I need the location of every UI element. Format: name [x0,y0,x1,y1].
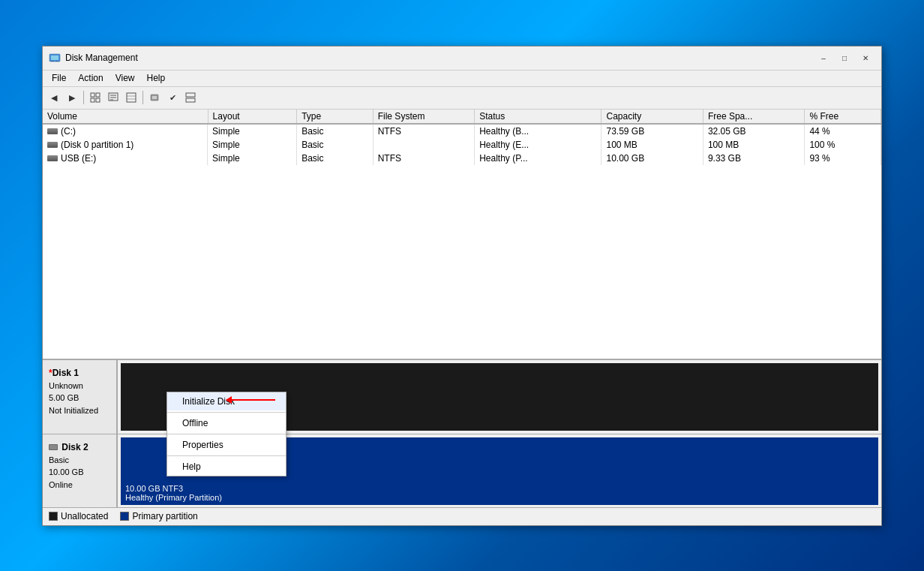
cell-layout-1: Simple [208,138,297,152]
forward-button[interactable]: ▶ [64,89,80,106]
disk-icon-1 [47,142,58,148]
back-button[interactable]: ◀ [46,89,62,106]
cell-status-1: Healthy (E... [475,138,602,152]
disk2-size: 10.00 GB [49,466,110,479]
menu-action[interactable]: Action [72,71,109,85]
svg-rect-2 [51,61,54,62]
context-menu: Initialize Disk Offline Properties Help [166,392,286,476]
cell-status-2: Healthy (P... [475,152,602,165]
legend-unallocated: Unallocated [49,511,108,521]
col-capacity[interactable]: Capacity [602,110,703,124]
legend-bar: Unallocated Primary partition [43,507,881,525]
volume-table: Volume Layout Type File System Status Ca… [43,110,881,165]
toolbar-btn-7[interactable]: ✔ [164,89,181,106]
table-row[interactable]: USB (E:) Simple Basic NTFS Healthy (P...… [43,152,881,165]
cell-free-2: 9.33 GB [703,152,804,165]
cell-layout-0: Simple [208,124,297,138]
disk1-name: *Disk 1 [49,366,110,380]
legend-unallocated-box [49,512,58,521]
toolbar-btn-5[interactable] [123,89,140,106]
legend-primary-box [120,512,129,521]
cell-fs-2: NTFS [373,152,474,165]
arrow-indicator [230,399,275,401]
maximize-button[interactable]: □ [835,50,854,65]
context-menu-offline[interactable]: Offline [167,414,286,432]
toolbar: ◀ ▶ [43,87,881,110]
svg-rect-3 [56,61,58,62]
cell-type-0: Basic [297,124,374,138]
svg-rect-16 [152,96,157,99]
context-menu-properties[interactable]: Properties [167,436,286,454]
legend-unallocated-label: Unallocated [61,511,108,521]
cell-fs-1 [373,138,474,152]
cell-volume-2: USB (E:) [43,152,208,165]
svg-rect-7 [96,98,100,102]
toolbar-btn-4[interactable] [105,89,122,106]
toolbar-btn-6[interactable] [146,89,163,106]
col-filesystem[interactable]: File System [373,110,474,124]
disk2-icon [49,444,58,450]
disk1-label: *Disk 1 Unknown 5.00 GB Not Initialized [43,360,118,434]
red-arrow [230,399,275,401]
disk-icon-0 [47,128,58,134]
context-menu-help[interactable]: Help [167,458,286,476]
menu-help[interactable]: Help [141,71,172,85]
grid-icon [90,92,100,103]
title-bar-buttons: – □ ✕ [814,50,875,65]
svg-rect-1 [51,56,58,60]
disk2-label: Disk 2 Basic 10.00 GB Online [43,434,118,507]
svg-rect-6 [91,98,94,102]
svg-rect-20 [50,445,57,449]
cell-type-1: Basic [297,138,374,152]
title-bar-icon [49,52,61,64]
disk2-status: Online [49,479,110,491]
context-menu-sep-3 [167,455,286,456]
disk1-type: Unknown [49,380,110,392]
minimize-button[interactable]: – [814,50,833,65]
drive-icon [149,92,160,103]
cell-layout-2: Simple [208,152,297,165]
table-row[interactable]: (Disk 0 partition 1) Simple Basic Health… [43,138,881,152]
menu-view[interactable]: View [110,71,141,85]
cell-pct-0: 44 % [805,124,881,138]
cell-cap-2: 10.00 GB [602,152,703,165]
toolbar-sep-2 [142,91,143,104]
col-layout[interactable]: Layout [208,110,297,124]
svg-rect-18 [186,98,195,102]
close-button[interactable]: ✕ [856,50,875,65]
disk1-status: Not Initialized [49,404,110,417]
cell-cap-0: 73.59 GB [602,124,703,138]
cell-cap-1: 100 MB [602,138,703,152]
disk1-size: 5.00 GB [49,392,110,404]
toolbar-btn-8[interactable] [182,89,199,106]
cell-pct-1: 100 % [805,138,881,152]
col-volume[interactable]: Volume [43,110,208,124]
context-menu-sep-2 [167,434,286,434]
title-bar: Disk Management – □ ✕ [43,47,881,71]
col-pct-free[interactable]: % Free [805,110,881,124]
disk-management-window: Disk Management – □ ✕ File Action View H… [42,46,882,526]
cell-volume-1: (Disk 0 partition 1) [43,138,208,152]
svg-rect-5 [96,93,100,97]
cell-status-0: Healthy (B... [475,124,602,138]
menu-file[interactable]: File [46,71,72,85]
col-status[interactable]: Status [475,110,602,124]
legend-primary-label: Primary partition [132,511,197,521]
col-free[interactable]: Free Spa... [703,110,804,124]
disk2-type: Basic [49,454,110,467]
toolbar-btn-3[interactable] [87,89,104,106]
pane-icon [185,92,196,103]
context-menu-sep-1 [167,412,286,413]
col-type[interactable]: Type [297,110,374,124]
cell-free-1: 100 MB [703,138,804,152]
cell-free-0: 32.05 GB [703,124,804,138]
cell-volume-0: (C:) [43,125,208,138]
table-row[interactable]: (C:) Simple Basic NTFS Healthy (B... 73.… [43,124,881,138]
menu-bar: File Action View Help [43,71,881,87]
svg-rect-17 [186,93,195,97]
toolbar-sep-1 [83,91,84,104]
svg-rect-4 [91,93,94,97]
disk2-partition-status: Healthy (Primary Partition) [125,493,874,502]
cell-type-2: Basic [297,152,374,165]
disk-icon-2 [47,155,58,161]
